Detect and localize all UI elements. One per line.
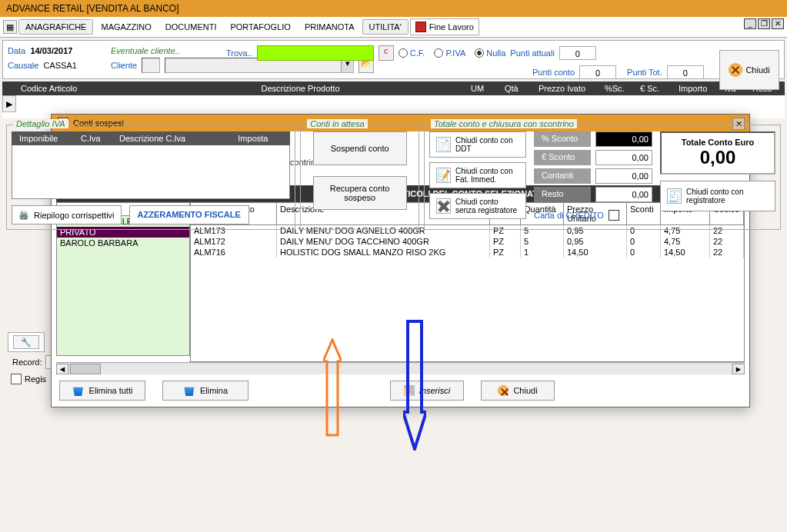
iva-body <box>12 145 290 199</box>
punti-attuali-label: Punti attuali <box>510 48 554 58</box>
record-label: Record: <box>12 357 42 367</box>
punti-tot-value: 0 <box>667 65 704 79</box>
close-window-button[interactable]: ✕ <box>772 18 784 29</box>
causale-value: CASSA1 <box>43 61 76 70</box>
chiudi-noreg-button[interactable]: ✖️Chiudi conto senza registratore <box>429 193 526 219</box>
punti-tot-label: Punti Tot. <box>627 68 662 77</box>
resto-value: 0,00 <box>595 187 652 202</box>
toolbox-icon[interactable]: 🔧 <box>13 335 39 349</box>
system-menu-icon[interactable]: ▦ <box>3 20 17 34</box>
stop-icon <box>415 22 426 32</box>
iva-header: Imponibile C.Iva Descrizione C.Iva Impos… <box>12 131 290 145</box>
chiudi-ddt-button[interactable]: 📄Chiudi conto con DDT <box>429 131 526 158</box>
radio-cf[interactable]: C.F. <box>399 48 425 58</box>
elimina-button[interactable]: Elimina <box>162 381 248 401</box>
conti-attesa-legend: Conti in attesa <box>307 119 367 128</box>
scroll-right-icon[interactable]: ► <box>732 364 745 374</box>
punti-attuali-value: 0 <box>559 46 596 60</box>
totale-label: Totale Conto Euro <box>666 138 769 147</box>
data-label: Data <box>8 46 25 55</box>
pct-sconto-input[interactable]: 0,00 <box>595 131 652 147</box>
pct-sconto-label: % Sconto <box>534 131 591 147</box>
restore-button[interactable]: ❐ <box>758 18 770 29</box>
register-icon: 🧾 <box>667 188 682 204</box>
pencil-icon <box>404 385 415 396</box>
data-value: 14/03/2017 <box>30 46 72 55</box>
cliente-code-input[interactable] <box>142 58 160 73</box>
trova-label: Trova.. <box>226 48 252 58</box>
articoli-table: ALM173DAILY MENU' DOG AGNELLO 400GRPZ50,… <box>190 225 745 362</box>
punti-conto-value: 0 <box>579 65 616 79</box>
registri-tab[interactable]: Regis <box>25 374 46 384</box>
radio-piva[interactable]: P.IVA <box>434 48 465 58</box>
eur-sconto-label: € Sconto <box>534 150 591 165</box>
fine-lavoro-label: Fine Lavoro <box>429 22 474 32</box>
table-row: ALM172DAILY MENU' DOG TACCHINO 400GRPZ50… <box>191 236 744 247</box>
conti-item-2[interactable]: BAROLO BARBARA <box>57 238 189 248</box>
printer-icon: 🖨️ <box>18 210 29 220</box>
minimize-button[interactable]: _ <box>744 18 756 29</box>
menu-documenti[interactable]: DOCUMENTI <box>159 20 223 34</box>
menu-portafoglio[interactable]: PORTAFOGLIO <box>224 20 296 34</box>
trash-icon <box>72 385 85 396</box>
row-indicator[interactable]: ▶ <box>2 95 16 112</box>
inserisci-button[interactable]: Inserisci <box>390 381 464 401</box>
menu-primanota[interactable]: PRIMANOTA <box>298 20 361 34</box>
noreg-icon: ✖️ <box>436 198 451 214</box>
credito-label: Carta di CREDITO <box>534 211 604 220</box>
dialog-chiudi-button[interactable]: Chiudi <box>481 381 555 401</box>
close-icon <box>498 385 509 396</box>
grid-header: Codice Articolo Descrizione Prodotto UM … <box>2 81 785 95</box>
punti-conto-label: Punti conto <box>532 68 575 77</box>
resto-label: Resto <box>534 187 591 202</box>
elimina-tutti-button[interactable]: Elimina tutti <box>59 381 145 401</box>
radio-nulla[interactable]: Nulla <box>475 48 505 58</box>
close-icon <box>729 63 742 77</box>
trash-icon <box>183 385 195 396</box>
ddt-icon: 📄 <box>436 137 451 152</box>
dettaglio-iva-legend: Dettaglio IVA <box>13 119 68 128</box>
azzeramento-button[interactable]: AZZERAMENTO FISCALE <box>129 205 249 224</box>
scroll-left-icon[interactable]: ◄ <box>56 364 68 374</box>
eur-sconto-input[interactable]: 0,00 <box>595 150 652 165</box>
recupera-conto-button[interactable]: Recupera conto sospeso <box>313 176 407 210</box>
window-titlebar: ADVANCE RETAIL [VENDITA AL BANCO] <box>0 0 787 17</box>
credito-checkbox[interactable] <box>609 210 619 221</box>
tab-icon <box>11 374 22 384</box>
dialog-scrollbar[interactable]: ◄ ► <box>56 362 745 374</box>
chiudi-top-button[interactable]: Chiudi <box>719 50 779 90</box>
chiudi-fattura-button[interactable]: 📝Chiudi conto con Fat. Immed. <box>429 162 526 188</box>
contanti-input[interactable]: 0,00 <box>595 168 652 184</box>
causale-label: Causale <box>8 61 38 70</box>
contanti-label: Contanti <box>534 168 591 184</box>
chiudi-con-registratore-button[interactable]: 🧾 Chiudi conto con registratore <box>660 181 775 211</box>
sospendi-conto-button[interactable]: Sospendi conto <box>313 131 407 165</box>
totale-value: 0,00 <box>666 147 769 168</box>
trova-clear-button[interactable]: c <box>378 45 394 61</box>
totali-legend: Totale conto e chiusura con scontrino <box>431 119 577 128</box>
menu-utilita[interactable]: UTILITA' <box>362 19 409 35</box>
menu-anagrafiche[interactable]: ANAGRAFICHE <box>18 19 93 35</box>
riepilogo-button[interactable]: 🖨️ Riepilogo corrispettivi <box>12 205 122 224</box>
trova-input[interactable] <box>257 45 374 61</box>
totale-box: Totale Conto Euro 0,00 <box>660 131 775 175</box>
menu-magazzino[interactable]: MAGAZZINO <box>95 20 157 34</box>
cliente-label: Cliente <box>111 61 137 70</box>
table-row: ALM716HOLISTIC DOG SMALL MANZO RISO 2KGP… <box>191 247 744 258</box>
invoice-icon: 📝 <box>436 168 451 183</box>
top-panel: Data 14/03/2017 Eventuale cliente.. Caus… <box>2 40 785 79</box>
fine-lavoro-button[interactable]: Fine Lavoro <box>410 18 479 35</box>
menubar: ▦ ANAGRAFICHE MAGAZZINO DOCUMENTI PORTAF… <box>0 17 787 38</box>
